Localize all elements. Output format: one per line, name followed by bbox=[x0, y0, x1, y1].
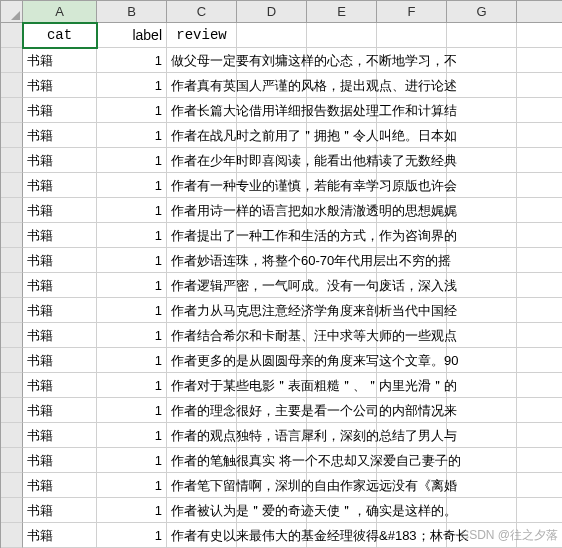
data-cell[interactable]: 作者的观点独特，语言犀利，深刻的总结了男人与 bbox=[167, 423, 237, 448]
row-header[interactable] bbox=[1, 398, 23, 423]
row-header[interactable] bbox=[1, 298, 23, 323]
data-cell[interactable]: 作者更多的是从圆圆母亲的角度来写这个文章。90 bbox=[167, 348, 237, 373]
header-cell[interactable]: cat bbox=[23, 23, 97, 48]
data-cell[interactable]: 书籍 bbox=[23, 123, 97, 148]
data-cell[interactable]: 书籍 bbox=[23, 473, 97, 498]
data-cell[interactable]: 1 bbox=[97, 148, 167, 173]
row-header[interactable] bbox=[1, 198, 23, 223]
data-cell[interactable]: 1 bbox=[97, 498, 167, 523]
data-cell[interactable]: 1 bbox=[97, 523, 167, 548]
header-cell[interactable]: label bbox=[97, 23, 167, 48]
row-header[interactable] bbox=[1, 123, 23, 148]
data-cell[interactable]: 1 bbox=[97, 398, 167, 423]
review-text: 作者的观点独特，语言犀利，深刻的总结了男人与 bbox=[171, 423, 562, 448]
header-cell[interactable] bbox=[307, 23, 377, 48]
data-cell[interactable]: 作者的理念很好，主要是看一个公司的内部情况来 bbox=[167, 398, 237, 423]
row-header[interactable] bbox=[1, 223, 23, 248]
data-cell[interactable]: 书籍 bbox=[23, 98, 97, 123]
header-cell[interactable] bbox=[517, 23, 562, 48]
data-cell[interactable]: 1 bbox=[97, 298, 167, 323]
header-cell[interactable] bbox=[377, 23, 447, 48]
row-header[interactable] bbox=[1, 473, 23, 498]
row-header[interactable] bbox=[1, 148, 23, 173]
row-header[interactable] bbox=[1, 348, 23, 373]
data-cell[interactable]: 1 bbox=[97, 323, 167, 348]
row-header[interactable] bbox=[1, 248, 23, 273]
data-cell[interactable]: 作者力从马克思注意经济学角度来剖析当代中国经 bbox=[167, 298, 237, 323]
row-header[interactable] bbox=[1, 373, 23, 398]
data-cell[interactable]: 书籍 bbox=[23, 73, 97, 98]
data-cell[interactable]: 书籍 bbox=[23, 148, 97, 173]
row-header[interactable] bbox=[1, 323, 23, 348]
data-cell[interactable]: 作者结合希尔和卡耐基、汪中求等大师的一些观点 bbox=[167, 323, 237, 348]
data-cell[interactable]: 做父母一定要有刘墉这样的心态，不断地学习，不 bbox=[167, 48, 237, 73]
data-cell[interactable]: 书籍 bbox=[23, 398, 97, 423]
row-header[interactable] bbox=[1, 423, 23, 448]
data-cell[interactable]: 1 bbox=[97, 48, 167, 73]
column-header-f[interactable]: F bbox=[377, 1, 447, 23]
data-cell[interactable]: 作者妙语连珠，将整个60-70年代用层出不穷的摇 bbox=[167, 248, 237, 273]
data-cell[interactable]: 作者有史以来最伟大的基金经理彼得&#183；林奇长 bbox=[167, 523, 237, 548]
data-cell[interactable]: 作者逻辑严密，一气呵成。没有一句废话，深入浅 bbox=[167, 273, 237, 298]
data-cell[interactable]: 1 bbox=[97, 448, 167, 473]
data-cell[interactable]: 书籍 bbox=[23, 298, 97, 323]
spreadsheet-grid[interactable]: ABCDEFGcatlabelreview书籍1做父母一定要有刘墉这样的心态，不… bbox=[0, 0, 562, 548]
data-cell[interactable]: 书籍 bbox=[23, 498, 97, 523]
column-header-d[interactable]: D bbox=[237, 1, 307, 23]
row-header[interactable] bbox=[1, 448, 23, 473]
column-header-b[interactable]: B bbox=[97, 1, 167, 23]
data-cell[interactable]: 1 bbox=[97, 223, 167, 248]
data-cell[interactable]: 书籍 bbox=[23, 523, 97, 548]
column-header-a[interactable]: A bbox=[23, 1, 97, 23]
data-cell[interactable]: 1 bbox=[97, 248, 167, 273]
row-header[interactable] bbox=[1, 48, 23, 73]
row-header[interactable] bbox=[1, 23, 23, 48]
data-cell[interactable]: 1 bbox=[97, 373, 167, 398]
column-header-e[interactable]: E bbox=[307, 1, 377, 23]
data-cell[interactable]: 书籍 bbox=[23, 48, 97, 73]
data-cell[interactable]: 1 bbox=[97, 198, 167, 223]
data-cell[interactable]: 作者有一种专业的谨慎，若能有幸学习原版也许会 bbox=[167, 173, 237, 198]
data-cell[interactable]: 作者提出了一种工作和生活的方式，作为咨询界的 bbox=[167, 223, 237, 248]
data-cell[interactable]: 书籍 bbox=[23, 373, 97, 398]
data-cell[interactable]: 书籍 bbox=[23, 198, 97, 223]
header-cell[interactable] bbox=[237, 23, 307, 48]
data-cell[interactable]: 作者笔下留情啊，深圳的自由作家远远没有《离婚 bbox=[167, 473, 237, 498]
data-cell[interactable]: 1 bbox=[97, 173, 167, 198]
data-cell[interactable]: 书籍 bbox=[23, 173, 97, 198]
data-cell[interactable]: 1 bbox=[97, 273, 167, 298]
data-cell[interactable]: 书籍 bbox=[23, 348, 97, 373]
row-header[interactable] bbox=[1, 73, 23, 98]
row-header[interactable] bbox=[1, 273, 23, 298]
data-cell[interactable]: 作者被认为是＂爱的奇迹天使＂，确实是这样的。 bbox=[167, 498, 237, 523]
column-header-g[interactable]: G bbox=[447, 1, 517, 23]
data-cell[interactable]: 1 bbox=[97, 348, 167, 373]
data-cell[interactable]: 作者用诗一样的语言把如水般清澈透明的思想娓娓 bbox=[167, 198, 237, 223]
data-cell[interactable]: 作者在少年时即喜阅读，能看出他精读了无数经典 bbox=[167, 148, 237, 173]
data-cell[interactable]: 作者真有英国人严谨的风格，提出观点、进行论述 bbox=[167, 73, 237, 98]
row-header[interactable] bbox=[1, 498, 23, 523]
data-cell[interactable]: 作者长篇大论借用详细报告数据处理工作和计算结 bbox=[167, 98, 237, 123]
data-cell[interactable]: 书籍 bbox=[23, 223, 97, 248]
data-cell[interactable]: 作者的笔触很真实 将一个不忠却又深爱自己妻子的 bbox=[167, 448, 237, 473]
header-cell[interactable]: review bbox=[167, 23, 237, 48]
row-header[interactable] bbox=[1, 523, 23, 548]
data-cell[interactable]: 书籍 bbox=[23, 248, 97, 273]
data-cell[interactable]: 书籍 bbox=[23, 423, 97, 448]
data-cell[interactable]: 1 bbox=[97, 73, 167, 98]
column-header-spare[interactable] bbox=[517, 1, 562, 23]
data-cell[interactable]: 作者在战凡时之前用了＂拥抱＂令人叫绝。日本如 bbox=[167, 123, 237, 148]
column-header-c[interactable]: C bbox=[167, 1, 237, 23]
data-cell[interactable]: 书籍 bbox=[23, 448, 97, 473]
row-header[interactable] bbox=[1, 98, 23, 123]
header-cell[interactable] bbox=[447, 23, 517, 48]
data-cell[interactable]: 1 bbox=[97, 423, 167, 448]
data-cell[interactable]: 书籍 bbox=[23, 323, 97, 348]
data-cell[interactable]: 书籍 bbox=[23, 273, 97, 298]
data-cell[interactable]: 1 bbox=[97, 98, 167, 123]
data-cell[interactable]: 1 bbox=[97, 473, 167, 498]
data-cell[interactable]: 作者对于某些电影＂表面粗糙＂、＂内里光滑＂的 bbox=[167, 373, 237, 398]
select-all-corner[interactable] bbox=[1, 1, 23, 23]
row-header[interactable] bbox=[1, 173, 23, 198]
data-cell[interactable]: 1 bbox=[97, 123, 167, 148]
